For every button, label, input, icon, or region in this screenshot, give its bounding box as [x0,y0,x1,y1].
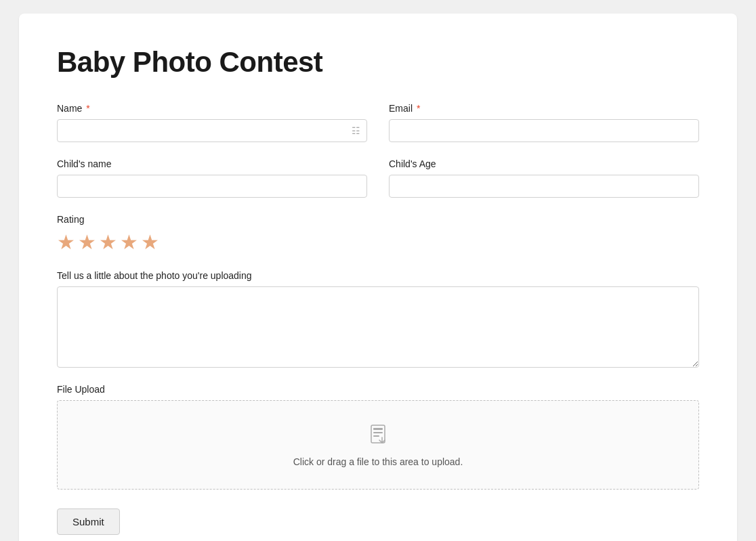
name-group: Name * ☷ [57,103,367,142]
upload-icon [366,423,390,450]
star-1[interactable]: ★ [57,230,75,254]
svg-rect-0 [371,425,385,443]
file-upload-area[interactable]: Click or drag a file to this area to upl… [57,400,699,490]
form-container: Baby Photo Contest Name * ☷ Email * Chil… [19,14,737,541]
name-input[interactable] [57,119,367,142]
email-group: Email * [389,103,699,142]
email-label: Email * [389,103,699,114]
star-3[interactable]: ★ [99,230,117,254]
name-email-row: Name * ☷ Email * [57,103,699,142]
svg-rect-3 [373,435,379,437]
description-group: Tell us a little about the photo you're … [57,270,699,368]
stars-container: ★ ★ ★ ★ ★ [57,230,699,254]
email-input[interactable] [389,119,699,142]
name-required-star: * [83,103,89,114]
rating-label: Rating [57,214,699,225]
name-input-wrapper: ☷ [57,119,367,142]
submit-button[interactable]: Submit [57,508,120,535]
page-title: Baby Photo Contest [57,46,699,79]
star-2[interactable]: ★ [78,230,96,254]
email-required-star: * [414,103,420,114]
file-upload-group: File Upload Click or drag a file to this… [57,384,699,490]
svg-rect-2 [373,432,383,433]
star-4[interactable]: ★ [120,230,138,254]
file-upload-label: File Upload [57,384,699,395]
child-name-label: Child's name [57,158,367,169]
star-5[interactable]: ★ [141,230,159,254]
child-name-input[interactable] [57,175,367,198]
rating-section: Rating ★ ★ ★ ★ ★ [57,214,699,254]
svg-rect-1 [373,428,383,430]
description-textarea[interactable] [57,286,699,368]
child-age-input[interactable] [389,175,699,198]
description-label: Tell us a little about the photo you're … [57,270,699,281]
child-age-group: Child's Age [389,158,699,198]
name-label: Name * [57,103,367,114]
child-name-group: Child's name [57,158,367,198]
child-row: Child's name Child's Age [57,158,699,198]
upload-hint-text: Click or drag a file to this area to upl… [293,456,463,467]
child-age-label: Child's Age [389,158,699,169]
